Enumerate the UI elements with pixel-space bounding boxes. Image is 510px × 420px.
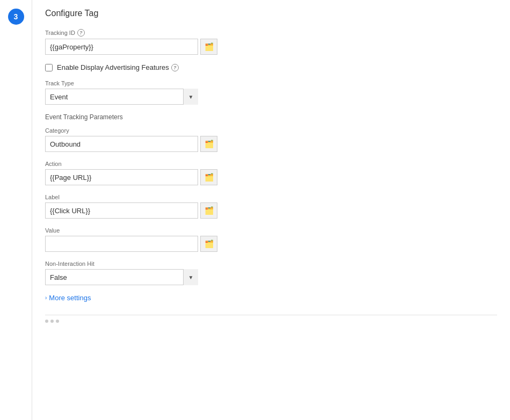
action-label: Action: [45, 161, 497, 167]
category-input[interactable]: [45, 136, 198, 152]
label-group: Label 🗂️: [45, 194, 497, 219]
value-input-row: 🗂️: [45, 236, 497, 252]
dot-1: [45, 320, 48, 323]
category-label: Category: [45, 127, 497, 134]
more-settings-chevron-icon: ›: [45, 295, 47, 301]
non-interaction-select[interactable]: False True: [45, 269, 198, 285]
non-interaction-select-wrapper: False True ▼: [45, 269, 198, 285]
advertising-checkbox[interactable]: [45, 64, 53, 71]
label-field-label: Label: [45, 194, 497, 200]
advertising-help-icon[interactable]: ?: [171, 64, 179, 71]
dot-2: [50, 320, 54, 323]
tracking-id-input[interactable]: [45, 39, 198, 55]
left-sidebar: 3: [0, 0, 32, 420]
track-type-group: Track Type Event ▼: [45, 80, 497, 105]
action-picker-button[interactable]: 🗂️: [200, 169, 217, 185]
tracking-id-label: Tracking ID ?: [45, 29, 497, 37]
more-settings-label: More settings: [49, 294, 91, 302]
bottom-dots: [45, 315, 497, 327]
track-type-select-wrapper: Event ▼: [45, 89, 198, 105]
category-picker-button[interactable]: 🗂️: [200, 136, 217, 152]
advertising-label: Enable Display Advertising Features ?: [57, 63, 179, 71]
value-picker-button[interactable]: 🗂️: [200, 236, 217, 252]
tracking-id-group: Tracking ID ? 🗂️: [45, 29, 497, 55]
value-group: Value 🗂️: [45, 227, 497, 252]
tracking-id-help-icon[interactable]: ?: [77, 29, 85, 37]
label-input-row: 🗂️: [45, 202, 497, 219]
action-briefcase-icon: 🗂️: [205, 173, 214, 182]
briefcase-icon: 🗂️: [205, 42, 214, 51]
category-group: Category 🗂️: [45, 127, 497, 152]
action-input[interactable]: [45, 169, 198, 185]
main-content: Configure Tag Tracking ID ? 🗂️ Enable Di…: [32, 0, 510, 420]
tracking-id-picker-button[interactable]: 🗂️: [200, 39, 217, 55]
non-interaction-label: Non-Interaction Hit: [45, 260, 497, 267]
page-title: Configure Tag: [45, 9, 497, 18]
label-input[interactable]: [45, 202, 198, 219]
more-settings-button[interactable]: › More settings: [45, 294, 497, 302]
label-picker-button[interactable]: 🗂️: [200, 202, 217, 219]
dot-3: [56, 320, 59, 323]
track-type-select[interactable]: Event: [45, 89, 198, 105]
value-briefcase-icon: 🗂️: [205, 240, 214, 248]
action-input-row: 🗂️: [45, 169, 497, 185]
label-briefcase-icon: 🗂️: [205, 206, 214, 215]
advertising-checkbox-row: Enable Display Advertising Features ?: [45, 63, 497, 71]
action-group: Action 🗂️: [45, 161, 497, 185]
category-input-row: 🗂️: [45, 136, 497, 152]
step-number: 3: [8, 9, 24, 25]
track-type-label: Track Type: [45, 80, 497, 86]
category-briefcase-icon: 🗂️: [205, 140, 214, 148]
value-label: Value: [45, 227, 497, 234]
event-tracking-label: Event Tracking Parameters: [45, 113, 497, 121]
non-interaction-group: Non-Interaction Hit False True ▼: [45, 260, 497, 285]
value-input[interactable]: [45, 236, 198, 252]
tracking-id-input-row: 🗂️: [45, 39, 497, 55]
